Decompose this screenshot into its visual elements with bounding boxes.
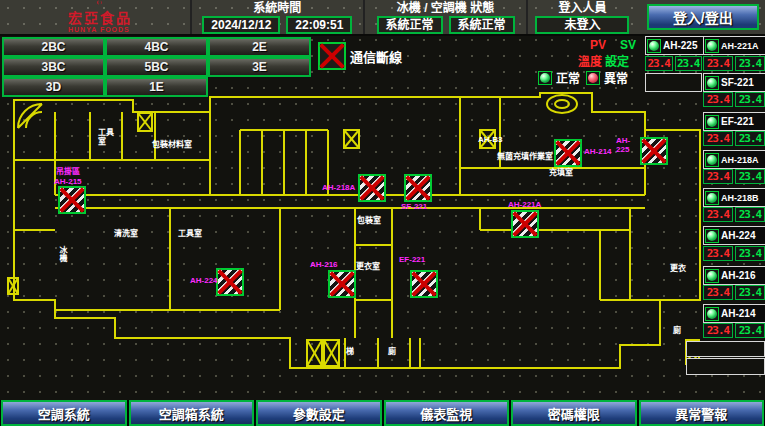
floor-selector: 2BC 4BC 2E 3BC 5BC 3E 3D 1E — [2, 37, 311, 97]
pv-value: 23.4 — [703, 285, 733, 300]
unit-values-sf221: 23.4 23.4 — [703, 92, 765, 107]
abnormal-legend: 異常 — [586, 69, 628, 86]
map-room-label: 廁 — [388, 347, 396, 356]
ahu-comm-loss-icon-ah218a[interactable] — [358, 174, 386, 202]
sv-value: 23.4 — [675, 56, 703, 71]
abnormal-lamp-icon — [586, 71, 600, 85]
unit-values-ah225: 23.4 23.4 — [645, 56, 702, 71]
ahu-comm-loss-icon-ef221[interactable] — [410, 270, 438, 298]
unit-values-ah218b: 23.4 23.4 — [703, 207, 765, 222]
sv-value: 23.4 — [735, 207, 765, 222]
normal-legend-label: 正常 — [556, 69, 580, 86]
map-room-label: 工具室 — [178, 229, 202, 238]
unit-cell-ah218a[interactable]: AH-218A — [703, 150, 765, 169]
ahu-comm-loss-icon-ah216[interactable] — [328, 270, 356, 298]
unit-cell-ah225[interactable]: AH-225 — [645, 36, 704, 55]
pv-value: 23.4 — [703, 246, 733, 261]
sv-value: 23.4 — [735, 56, 765, 71]
floor-button-2bc[interactable]: 2BC — [2, 37, 105, 57]
unit-values-ef221: 23.4 23.4 — [703, 131, 765, 146]
pv-legend: PV — [590, 38, 606, 52]
map-room-label: 工具室 — [98, 128, 118, 146]
ahu-comm-loss-icon-ah225[interactable] — [640, 137, 668, 165]
comm-loss-legend-icon — [318, 42, 346, 70]
pv-value: 23.4 — [703, 56, 733, 71]
unit-cell-sf221[interactable]: SF-221 — [703, 73, 765, 92]
map-label: EF-221 — [399, 255, 425, 264]
map-room-label: 梯 — [346, 347, 354, 356]
nav-button-hvac-system[interactable]: 空調系統 — [1, 400, 127, 426]
system-date-field: 2024/12/12 — [202, 16, 280, 34]
map-label: AH-225 — [616, 136, 640, 154]
unit-name: AH-218B — [721, 193, 759, 203]
floor-button-5bc[interactable]: 5BC — [105, 57, 208, 77]
nav-button-meter-monitor[interactable]: 儀表監視 — [384, 400, 510, 426]
unit-cell-ah214[interactable]: AH-214 — [703, 304, 765, 323]
map-room-label: AH-B3 — [478, 135, 502, 144]
login-logout-button[interactable]: 登入/登出 — [647, 4, 759, 30]
floor-button-3e[interactable]: 3E — [208, 57, 311, 77]
ahu-comm-loss-icon-ah215[interactable] — [58, 186, 86, 214]
status-lamp-icon — [705, 307, 719, 321]
machine-status-section: 冰機 / 空調機 狀態 系統正常 系統正常 — [363, 0, 527, 34]
status-lamp-icon — [647, 39, 661, 53]
unit-values-ah218a: 23.4 23.4 — [703, 169, 765, 184]
map-label: AH-214 — [584, 147, 612, 156]
abnormal-legend-label: 異常 — [604, 69, 628, 86]
floor-button-3d[interactable]: 3D — [2, 77, 105, 97]
pv-desc-legend: 溫度 — [578, 52, 602, 69]
floor-button-2e[interactable]: 2E — [208, 37, 311, 57]
unit-values-ah214: 23.4 23.4 — [703, 323, 765, 338]
ahu-status-field: 系統正常 — [449, 16, 515, 34]
floor-button-3bc[interactable]: 3BC — [2, 57, 105, 77]
ahu-comm-loss-icon-ah224[interactable] — [216, 268, 244, 296]
nav-button-password-auth[interactable]: 密碼權限 — [511, 400, 637, 426]
map-label: SF-221 — [401, 202, 427, 211]
unit-name: AH-224 — [721, 230, 755, 241]
pv-value: 23.4 — [703, 92, 733, 107]
ahu-comm-loss-icon-sf221[interactable] — [404, 174, 432, 202]
unit-name: AH-221A — [721, 41, 759, 51]
status-lamp-icon — [705, 153, 719, 167]
unit-values-ah221a: 23.4 23.4 — [703, 56, 765, 71]
unit-cell-ah218b[interactable]: AH-218B — [703, 188, 765, 207]
sv-value: 23.4 — [735, 285, 765, 300]
sv-value: 23.4 — [735, 323, 765, 338]
sv-value: 23.4 — [735, 92, 765, 107]
sv-value: 23.4 — [735, 246, 765, 261]
floor-button-1e[interactable]: 1E — [105, 77, 208, 97]
unit-cell-ah216[interactable]: AH-216 — [703, 266, 765, 285]
unit-name: AH-218A — [721, 155, 759, 165]
unit-cell-ef221[interactable]: EF-221 — [703, 112, 765, 131]
empty-cell — [645, 73, 702, 92]
nav-button-parameters[interactable]: 參數設定 — [256, 400, 382, 426]
nav-button-ahu-system[interactable]: 空調箱系統 — [129, 400, 255, 426]
map-room-label: 包裝室 — [357, 216, 381, 225]
nav-button-alarm[interactable]: 異常警報 — [639, 400, 765, 426]
login-section: 登入人員 未登入 — [526, 0, 636, 34]
chiller-status-field: 系統正常 — [377, 16, 443, 34]
unit-cell-ah221a[interactable]: AH-221A — [703, 36, 765, 55]
normal-legend: 正常 — [538, 69, 580, 86]
map-label: AH-215 — [54, 177, 82, 186]
map-label: AH-221A — [508, 200, 541, 209]
unit-name: AH-216 — [721, 270, 755, 281]
system-time-section: 系統時間 2024/12/12 22:09:51 — [190, 0, 363, 34]
stairs-icon — [18, 95, 577, 128]
map-room-label: 充填室 — [549, 168, 573, 177]
unit-cell-ah224[interactable]: AH-224 — [703, 226, 765, 245]
login-label: 登入人員 — [558, 1, 606, 15]
status-lamp-icon — [705, 39, 719, 53]
brand-subtitle: HUNYA FOODS — [68, 26, 132, 34]
empty-cell — [686, 358, 765, 375]
pv-value: 23.4 — [703, 131, 733, 146]
ahu-comm-loss-icon-ah214[interactable] — [554, 139, 582, 167]
hmi-screen: 宏亞食品 HUNYA FOODS 系統時間 2024/12/12 22:09:5… — [0, 0, 765, 426]
bottom-nav-bar: 空調系統 空調箱系統 參數設定 儀表監視 密碼權限 異常警報 — [0, 400, 765, 426]
sv-value: 23.4 — [735, 169, 765, 184]
ahu-comm-loss-icon-ah221a[interactable] — [511, 210, 539, 238]
header-bar: 宏亞食品 HUNYA FOODS 系統時間 2024/12/12 22:09:5… — [0, 0, 765, 36]
sv-legend: SV — [620, 38, 636, 52]
floor-button-4bc[interactable]: 4BC — [105, 37, 208, 57]
map-label: AH-216 — [310, 260, 338, 269]
